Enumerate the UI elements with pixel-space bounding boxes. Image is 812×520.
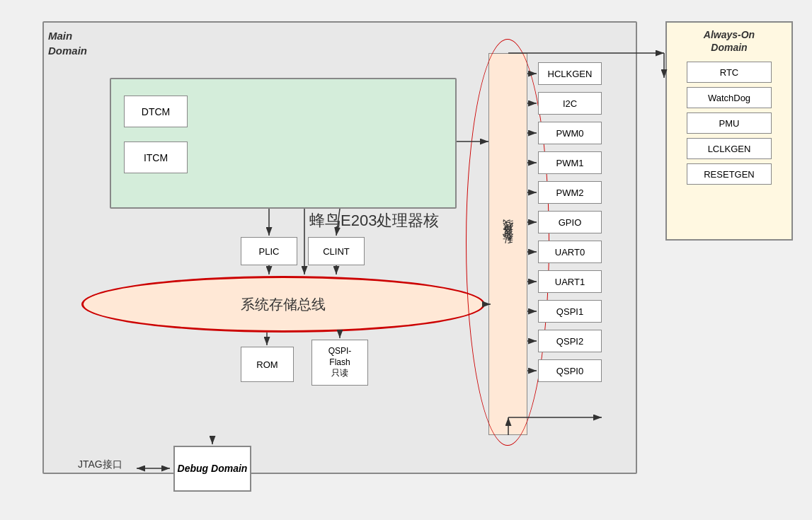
always-on-pmu: PMU bbox=[687, 112, 772, 134]
private-bus-bar: 私有设备总线 bbox=[488, 53, 527, 435]
always-on-lclkgen: LCLKGEN bbox=[687, 138, 772, 159]
jtag-label: JTAG接口 bbox=[78, 458, 122, 471]
main-domain-label: MainDomain bbox=[48, 28, 87, 58]
peripheral-pwm2: PWM2 bbox=[538, 181, 602, 204]
clint-box: CLINT bbox=[308, 237, 365, 265]
diagram-container: MainDomain 蜂鸟E203处理器核 DTCM ITCM PLIC CLI… bbox=[0, 0, 812, 520]
processor-label: 蜂鸟E203处理器核 bbox=[309, 210, 439, 231]
qspi-flash-label: QSPI-Flash只读 bbox=[328, 346, 352, 379]
plic-box: PLIC bbox=[241, 237, 297, 265]
dtcm-box: DTCM bbox=[124, 96, 188, 127]
peripheral-i2c: I2C bbox=[538, 92, 602, 115]
system-bus-container: 系统存储总线 bbox=[81, 276, 485, 333]
system-bus-label: 系统存储总线 bbox=[241, 295, 326, 314]
debug-domain-box: Debug Domain bbox=[173, 446, 251, 492]
peripheral-qspi0: QSPI0 bbox=[538, 359, 602, 382]
itcm-label: ITCM bbox=[144, 152, 168, 163]
always-on-label: Always-OnDomain bbox=[667, 23, 791, 57]
clint-label: CLINT bbox=[323, 246, 350, 257]
always-on-rtc: RTC bbox=[687, 62, 772, 83]
dtcm-label: DTCM bbox=[142, 106, 170, 117]
peripheral-uart0: UART0 bbox=[538, 241, 602, 263]
always-on-resetgen: RESETGEN bbox=[687, 163, 772, 185]
peripheral-qspi2: QSPI2 bbox=[538, 330, 602, 352]
peripheral-hclkgen: HCLKGEN bbox=[538, 62, 602, 85]
peripheral-pwm1: PWM1 bbox=[538, 151, 602, 174]
private-bus-label: 私有设备总线 bbox=[501, 236, 515, 253]
peripheral-qspi1: QSPI1 bbox=[538, 300, 602, 323]
peripheral-gpio: GPIO bbox=[538, 211, 602, 233]
always-on-watchdog: WatchDog bbox=[687, 87, 772, 108]
itcm-box: ITCM bbox=[124, 141, 188, 173]
always-on-domain-box: Always-OnDomain RTC WatchDog PMU LCLKGEN… bbox=[665, 21, 793, 241]
qspi-flash-box: QSPI-Flash只读 bbox=[311, 340, 368, 386]
plic-label: PLIC bbox=[259, 246, 280, 257]
rom-box: ROM bbox=[241, 347, 294, 382]
peripheral-pwm0: PWM0 bbox=[538, 122, 602, 144]
rom-label: ROM bbox=[256, 359, 278, 370]
peripheral-uart1: UART1 bbox=[538, 270, 602, 293]
